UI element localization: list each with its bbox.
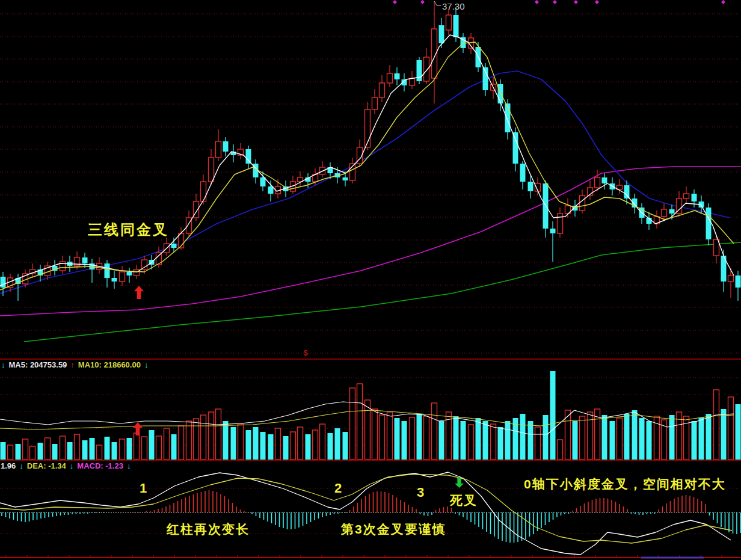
macd-down-arrow-icon: ↓ xyxy=(127,461,131,470)
golden-cross-annotation: 三线同金叉 xyxy=(88,220,169,239)
macd-cross-number-2: 2 xyxy=(334,481,342,496)
macd-value-label: MACD: -1.23 xyxy=(77,461,123,470)
macd-dif-down-arrow-icon: ↓ xyxy=(19,461,23,470)
macd-dif-value: 1.96 xyxy=(1,461,16,470)
macd-note-left: 红柱再次变长 xyxy=(167,521,250,538)
macd-cross-number-3: 3 xyxy=(417,485,424,500)
macd-note-right: 0轴下小斜度金叉，空间相对不大 xyxy=(524,476,726,493)
macd-dea-label: DEA: -1.34 xyxy=(27,461,66,470)
macd-note-mid: 第3次金叉要谨慎 xyxy=(341,521,446,538)
macd-dea-down-arrow-icon: ↓ xyxy=(70,461,74,470)
volume-ma10-down-arrow-icon: ↓ xyxy=(144,360,149,369)
dollar-mark: $ xyxy=(304,349,308,357)
macd-cross-number-1: 1 xyxy=(140,481,147,496)
volume-prev-down-arrow-icon: ↓ xyxy=(1,360,5,369)
macd-header: 1.96 ↓ DEA: -1.34 ↓ MACD: -1.23 ↓ xyxy=(1,461,131,470)
peak-price-label: 37.30 xyxy=(442,1,465,11)
volume-ma10-label: MA10: 218660.00 xyxy=(78,360,141,369)
stock-chart-screen: 37.30 三线同金叉 $ ↓ MA5: 204753.59 ↑ MA10: 2… xyxy=(0,0,741,560)
volume-ma5-label: MA5: 204753.59 xyxy=(9,360,67,369)
death-cross-label: 死叉 xyxy=(450,492,478,509)
volume-header: ↓ MA5: 204753.59 ↑ MA10: 218660.00 ↓ xyxy=(1,360,148,369)
volume-ma5-up-arrow-icon: ↑ xyxy=(70,360,75,369)
